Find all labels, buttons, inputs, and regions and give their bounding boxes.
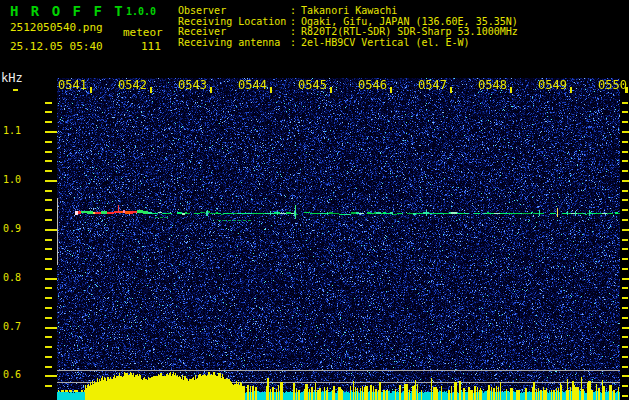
axis-tick bbox=[622, 278, 629, 280]
axis-tick bbox=[210, 87, 212, 93]
axis-tick bbox=[45, 229, 57, 231]
axis-tick bbox=[622, 239, 628, 241]
y-axis-label: 0.7 bbox=[3, 322, 21, 332]
time-label: 0549 bbox=[538, 79, 567, 92]
axis-tick bbox=[622, 297, 628, 299]
axis-tick bbox=[45, 278, 57, 280]
info-colon: : bbox=[290, 16, 296, 27]
axis-tick bbox=[45, 346, 52, 348]
info-label: Observer bbox=[178, 6, 290, 17]
info-value: Ogaki, Gifu, JAPAN (136.60E, 35.35N) bbox=[301, 16, 518, 27]
time-label: 0544 bbox=[238, 79, 267, 92]
axis-tick bbox=[622, 375, 629, 377]
axis-tick bbox=[45, 121, 52, 123]
station-info: Observer:Takanori KawachiReceiving Locat… bbox=[178, 6, 518, 48]
axis-tick bbox=[622, 346, 628, 348]
axis-tick bbox=[45, 111, 52, 113]
y-axis-label: 1.0 bbox=[3, 175, 21, 185]
hrofft-screen: H R O F F T 1.0.0 2512050540.png meteor … bbox=[0, 0, 629, 400]
axis-tick bbox=[45, 336, 52, 338]
axis-tick bbox=[45, 327, 57, 329]
axis-tick bbox=[45, 385, 52, 387]
axis-tick bbox=[622, 190, 628, 192]
axis-tick bbox=[622, 327, 629, 329]
frequency-axis-unit: kHz bbox=[1, 71, 23, 85]
axis-tick bbox=[45, 151, 52, 153]
axis-tick bbox=[622, 180, 629, 182]
axis-tick bbox=[45, 248, 52, 250]
axis-tick bbox=[622, 111, 628, 113]
axis-tick bbox=[45, 307, 52, 309]
axis-tick bbox=[390, 87, 392, 93]
y-axis-label: 0.8 bbox=[3, 273, 21, 283]
axis-tick bbox=[330, 87, 332, 93]
axis-tick bbox=[622, 336, 628, 338]
axis-tick bbox=[90, 87, 92, 93]
axis-tick bbox=[622, 248, 628, 250]
axis-tick bbox=[622, 229, 629, 231]
axis-tick bbox=[45, 199, 52, 201]
echo-count-label: 111 bbox=[141, 40, 161, 53]
axis-tick bbox=[622, 366, 628, 368]
axis-tick bbox=[622, 219, 628, 221]
axis-tick bbox=[45, 180, 57, 182]
axis-tick bbox=[622, 170, 628, 172]
axis-tick bbox=[45, 268, 52, 270]
axis-tick bbox=[45, 190, 52, 192]
y-axis-label: 0.6 bbox=[3, 370, 21, 380]
datetime-label: 25.12.05 05:40 bbox=[10, 40, 103, 53]
info-colon: : bbox=[290, 37, 296, 48]
time-label: 0547 bbox=[418, 79, 447, 92]
info-colon: : bbox=[290, 5, 296, 16]
axis-tick bbox=[13, 89, 18, 91]
axis-tick bbox=[622, 102, 628, 104]
axis-tick bbox=[45, 375, 57, 377]
mode-label: meteor bbox=[123, 26, 163, 39]
axis-tick bbox=[45, 317, 52, 319]
axis-tick bbox=[570, 87, 572, 93]
axis-tick bbox=[45, 170, 52, 172]
time-label: 0548 bbox=[478, 79, 507, 92]
y-axis-label: 1.1 bbox=[3, 126, 21, 136]
axis-tick bbox=[622, 199, 628, 201]
axis-tick bbox=[45, 160, 52, 162]
axis-tick bbox=[622, 385, 628, 387]
axis-tick bbox=[45, 366, 52, 368]
time-label: 0545 bbox=[298, 79, 327, 92]
axis-tick bbox=[622, 151, 628, 153]
axis-tick bbox=[45, 219, 52, 221]
axis-tick bbox=[622, 131, 629, 133]
axis-tick bbox=[622, 287, 628, 289]
axis-tick bbox=[622, 121, 628, 123]
axis-tick bbox=[622, 209, 628, 211]
axis-tick bbox=[450, 87, 452, 93]
spectrogram-canvas bbox=[57, 78, 620, 400]
y-axis-label: 0.9 bbox=[3, 224, 21, 234]
info-label: Receiving antenna bbox=[178, 38, 290, 49]
axis-tick bbox=[45, 287, 52, 289]
version-label: 1.0.0 bbox=[126, 6, 156, 17]
axis-tick bbox=[622, 395, 628, 397]
axis-tick bbox=[45, 258, 52, 260]
axis-tick bbox=[150, 87, 152, 93]
axis-tick bbox=[622, 307, 628, 309]
axis-tick bbox=[622, 258, 628, 260]
info-value: R820T2(RTL-SDR) SDR-Sharp 53.1000MHz bbox=[301, 26, 518, 37]
axis-tick bbox=[622, 317, 628, 319]
info-value: 2el-HB9CV Vertical (el. E-W) bbox=[301, 37, 470, 48]
app-title: H R O F F T bbox=[10, 3, 125, 19]
info-value: Takanori Kawachi bbox=[301, 5, 397, 16]
time-label: 0546 bbox=[358, 79, 387, 92]
axis-tick bbox=[45, 131, 57, 133]
filename-label: 2512050540.png bbox=[10, 21, 103, 34]
axis-tick bbox=[45, 239, 52, 241]
time-label: 0550 bbox=[598, 79, 627, 92]
axis-tick bbox=[45, 102, 52, 104]
station-info-row: Receiving antenna:2el-HB9CV Vertical (el… bbox=[178, 38, 518, 49]
axis-tick bbox=[622, 356, 628, 358]
time-label: 0541 bbox=[58, 79, 87, 92]
axis-tick bbox=[622, 141, 628, 143]
station-info-row: Observer:Takanori Kawachi bbox=[178, 6, 518, 17]
axis-tick bbox=[45, 356, 52, 358]
axis-tick bbox=[45, 209, 52, 211]
